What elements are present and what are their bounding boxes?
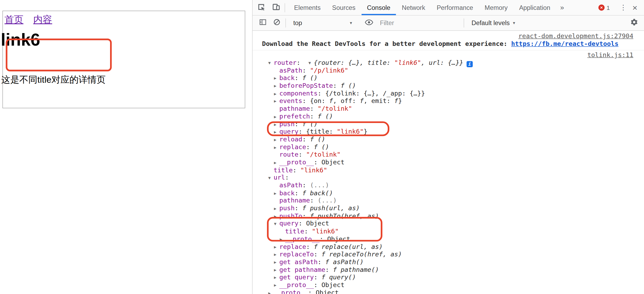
scaled-canvas: 首页内容 link6 这是不同title对应的详情页 ElementsSourc… <box>0 0 644 294</box>
object-preview-row[interactable]: ▼{router: {…}, title: "link6", url: {…}}… <box>253 51 644 59</box>
property-colon: : <box>310 113 318 120</box>
separator <box>285 18 286 27</box>
nav-link-home[interactable]: 首页 <box>5 14 24 25</box>
tree-row[interactable]: ▶__proto__: Object <box>253 235 644 243</box>
property-name: get asPath <box>279 258 317 266</box>
tree-row[interactable]: ▶get asPath: f asPath() <box>253 258 644 266</box>
tab-performance[interactable]: Performance <box>431 0 479 15</box>
more-tabs-button[interactable]: » <box>556 3 568 12</box>
tab-memory[interactable]: Memory <box>479 0 513 15</box>
expander-closed-icon[interactable]: ▶ <box>274 121 279 129</box>
property-value-segment: , off: <box>333 97 360 105</box>
expander-closed-icon[interactable]: ▶ <box>274 274 279 282</box>
tree-row[interactable]: asPath: (...) <box>253 182 644 189</box>
clear-console-icon <box>273 18 281 27</box>
expander-closed-icon[interactable]: ▶ <box>274 190 279 197</box>
property-value-segment: f () <box>302 74 317 82</box>
expander-closed-icon[interactable]: ▶ <box>274 128 279 136</box>
log-levels-dropdown[interactable]: Default levels ▼ <box>471 19 516 27</box>
devtools-tabs: ElementsSourcesConsoleNetworkPerformance… <box>288 0 556 15</box>
tree-row[interactable]: ▶__proto__: Object <box>253 159 644 166</box>
expander-open-icon[interactable]: ▼ <box>308 59 314 67</box>
tree-row[interactable]: ▶__proto__: Object <box>253 289 644 294</box>
tree-row[interactable]: ▶components: {/tolink: {…}, /_app: {…}} <box>253 90 644 97</box>
property-value-segment: f () <box>314 143 329 151</box>
separator <box>285 3 285 12</box>
tree-row[interactable]: ▶query: {title: "link6"} <box>253 128 644 136</box>
tree-row[interactable]: ▶pushTo: f pushTo(href, as) <box>253 212 644 220</box>
tree-row[interactable]: pathname: (...) <box>253 197 644 205</box>
tree-row[interactable]: title: "link6" <box>253 228 644 235</box>
property-colon: : <box>302 97 310 105</box>
expander-closed-icon[interactable]: ▶ <box>274 251 279 259</box>
page-content-box: 首页内容 <box>2 11 245 108</box>
tree-row[interactable]: ▶replace: f () <box>253 143 644 151</box>
tree-row[interactable]: ▶prefetch: f () <box>253 113 644 120</box>
expander-closed-icon[interactable]: ▶ <box>274 282 279 289</box>
settings-button[interactable] <box>629 17 639 29</box>
tree-row[interactable]: ▶reload: f () <box>253 136 644 144</box>
tree-row[interactable]: title: "link6" <box>253 166 644 174</box>
expander-open-icon[interactable]: ▼ <box>274 220 279 228</box>
expander-closed-icon[interactable]: ▶ <box>274 205 279 213</box>
tree-row[interactable]: ▼query: Object <box>253 220 644 228</box>
property-name: __proto__ <box>279 159 314 166</box>
react-devtools-link[interactable]: https://fb.me/react-devtools <box>511 40 619 48</box>
expander-closed-icon[interactable]: ▶ <box>280 236 285 243</box>
expander-open-icon[interactable]: ▼ <box>268 174 274 182</box>
live-expression-button[interactable] <box>363 17 374 29</box>
inspect-element-button[interactable] <box>256 2 267 13</box>
tree-row[interactable]: route: "/tolink" <box>253 151 644 159</box>
expander-closed-icon[interactable]: ▶ <box>274 266 279 274</box>
tree-row[interactable]: ▶get query: f query() <box>253 274 644 281</box>
tab-elements[interactable]: Elements <box>288 0 326 15</box>
tree-row[interactable]: ▶back: f back() <box>253 189 644 197</box>
tree-row[interactable]: ▶__proto__: Object <box>253 281 644 289</box>
tree-row[interactable]: ▶back: f () <box>253 74 644 82</box>
property-value-segment: f back() <box>302 189 333 197</box>
expander-closed-icon[interactable]: ▶ <box>274 144 279 152</box>
tree-row[interactable]: pathname: "/tolink" <box>253 105 644 113</box>
clear-console-button[interactable] <box>271 17 282 29</box>
property-value-segment: f () <box>310 136 325 143</box>
expander-closed-icon[interactable]: ▶ <box>274 90 279 98</box>
tree-row[interactable]: ▶get pathname: f pathname() <box>253 266 644 274</box>
tab-application[interactable]: Application <box>513 0 556 15</box>
error-badge[interactable]: × 1 <box>598 4 610 11</box>
tab-network[interactable]: Network <box>396 0 431 15</box>
expander-closed-icon[interactable]: ▶ <box>274 113 279 121</box>
javascript-context-dropdown[interactable]: top ▼ <box>293 19 353 27</box>
property-colon: : <box>295 205 302 212</box>
tree-row[interactable]: ▶push: f push(url, as) <box>253 205 644 212</box>
tree-row[interactable]: asPath: "/p/link6" <box>253 67 644 74</box>
expander-closed-icon[interactable]: ▶ <box>274 82 279 90</box>
tree-row[interactable]: ▶replaceTo: f replaceTo(href, as) <box>253 251 644 258</box>
expander-closed-icon[interactable]: ▶ <box>268 289 274 294</box>
property-value-segment: f () <box>318 113 333 120</box>
tree-row[interactable]: ▶replace: f replace(url, as) <box>253 243 644 251</box>
expander-closed-icon[interactable]: ▶ <box>274 259 279 267</box>
source-link[interactable]: react-dom.development.js:27904 <box>518 32 633 40</box>
expander-closed-icon[interactable]: ▶ <box>274 98 279 105</box>
tree-row[interactable]: ▶beforePopState: f () <box>253 82 644 90</box>
property-value-segment: "link6" <box>300 166 327 174</box>
tab-console[interactable]: Console <box>361 0 396 15</box>
console-sidebar-button[interactable] <box>258 17 268 29</box>
filter-input[interactable] <box>380 19 460 27</box>
log-source-link[interactable]: tolink.js:11 <box>587 51 633 59</box>
tree-row[interactable]: ▼url: <box>253 174 644 182</box>
nav-link-content[interactable]: 内容 <box>33 14 52 25</box>
close-devtools-icon[interactable]: × <box>630 3 640 12</box>
device-toolbar-button[interactable] <box>271 2 281 13</box>
expander-closed-icon[interactable]: ▶ <box>274 213 279 220</box>
expander-closed-icon[interactable]: ▶ <box>274 136 279 144</box>
tree-row[interactable]: ▶push: f () <box>253 120 644 128</box>
property-colon: : <box>295 120 302 128</box>
overflow-menu-icon[interactable]: ⋮ <box>616 3 630 12</box>
expander-closed-icon[interactable]: ▶ <box>274 243 279 251</box>
tree-row[interactable]: ▶events: {on: f, off: f, emit: f} <box>253 97 644 105</box>
expander-closed-icon[interactable]: ▶ <box>274 159 279 167</box>
property-value-segment: Object <box>321 281 344 289</box>
info-icon[interactable]: i <box>467 61 473 67</box>
tab-sources[interactable]: Sources <box>326 0 361 15</box>
